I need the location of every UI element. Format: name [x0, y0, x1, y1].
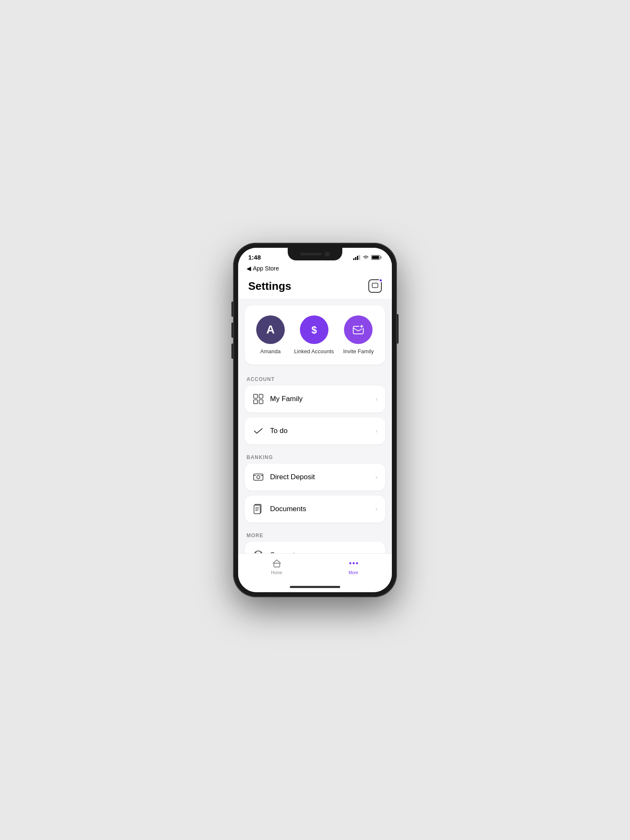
back-label: App Store	[253, 265, 279, 272]
notification-button[interactable]	[368, 279, 382, 293]
phone-screen: 1:48	[238, 248, 392, 592]
more-icon	[348, 558, 359, 569]
svg-rect-11	[259, 394, 263, 398]
svg-rect-12	[254, 400, 257, 404]
profile-item-linked-accounts[interactable]: $ Linked Accounts	[294, 315, 334, 354]
status-time: 1:48	[248, 254, 261, 261]
app-header: Settings	[238, 276, 392, 299]
linked-accounts-avatar: $	[300, 315, 328, 344]
direct-deposit-item[interactable]: Direct Deposit ›	[245, 464, 385, 491]
documents-label: Documents	[270, 505, 370, 513]
svg-rect-5	[372, 256, 379, 259]
more-section-header: MORE	[238, 528, 392, 542]
svg-point-31	[352, 562, 354, 564]
scroll-content: A Amanda $ Linked Accounts	[238, 299, 392, 553]
invite-family-label: Invite Family	[343, 348, 374, 354]
invite-family-avatar	[344, 315, 373, 344]
svg-rect-14	[254, 474, 263, 480]
profile-item-invite-family[interactable]: Invite Family	[343, 315, 374, 354]
support-item[interactable]: Support ›	[245, 542, 385, 553]
support-icon	[252, 549, 264, 553]
svg-rect-3	[359, 255, 360, 260]
more-nav-label: More	[349, 570, 358, 575]
to-do-label: To do	[270, 427, 370, 435]
svg-rect-2	[357, 256, 358, 260]
svg-point-30	[349, 562, 351, 564]
to-do-chevron: ›	[375, 427, 378, 435]
home-nav-label: Home	[271, 570, 282, 575]
documents-icon	[252, 503, 264, 515]
svg-rect-0	[353, 258, 354, 260]
linked-accounts-label: Linked Accounts	[294, 348, 334, 354]
back-arrow-icon: ◀	[247, 265, 251, 272]
my-family-label: My Family	[270, 395, 370, 403]
my-family-item[interactable]: My Family ›	[245, 386, 385, 412]
profile-item-amanda[interactable]: A Amanda	[256, 315, 285, 354]
user-name: Amanda	[260, 348, 281, 354]
speaker	[300, 253, 321, 255]
svg-point-15	[257, 475, 260, 478]
notch	[288, 248, 342, 260]
svg-rect-10	[254, 394, 257, 398]
battery-icon	[371, 255, 382, 260]
svg-rect-29	[274, 563, 280, 567]
wifi-icon	[362, 255, 369, 260]
to-do-item[interactable]: To do ›	[245, 417, 385, 444]
bottom-nav: Home More	[238, 553, 392, 583]
nav-item-home[interactable]: Home	[262, 558, 291, 575]
direct-deposit-chevron: ›	[375, 473, 378, 481]
svg-point-32	[356, 562, 358, 564]
my-family-chevron: ›	[375, 395, 378, 403]
home-icon	[271, 558, 282, 569]
home-bar	[238, 583, 392, 592]
support-card: Support ›	[245, 542, 385, 553]
envelope-plus-icon	[351, 322, 366, 337]
profile-card: A Amanda $ Linked Accounts	[245, 305, 385, 365]
nav-item-more[interactable]: More	[339, 558, 368, 575]
deposit-icon	[252, 471, 264, 483]
svg-rect-1	[355, 257, 357, 260]
svg-text:$: $	[311, 325, 317, 336]
my-family-card: My Family ›	[245, 386, 385, 412]
direct-deposit-label: Direct Deposit	[270, 473, 370, 481]
user-avatar: A	[256, 315, 285, 344]
direct-deposit-card: Direct Deposit ›	[245, 464, 385, 491]
phone-frame: 1:48	[233, 243, 397, 597]
to-do-card: To do ›	[245, 417, 385, 444]
documents-card: Documents ›	[245, 496, 385, 522]
page-title: Settings	[248, 280, 291, 293]
home-indicator	[290, 586, 340, 588]
svg-rect-6	[372, 283, 378, 288]
signal-icon	[353, 255, 360, 260]
documents-chevron: ›	[375, 505, 378, 513]
account-section-header: ACCOUNT	[238, 371, 392, 386]
banking-section-header: BANKING	[238, 449, 392, 464]
check-icon	[252, 425, 264, 437]
status-icons	[353, 255, 382, 260]
dollar-sign-icon: $	[307, 323, 321, 337]
back-nav[interactable]: ◀ App Store	[238, 263, 392, 276]
camera	[325, 252, 330, 257]
family-icon	[252, 393, 264, 405]
svg-rect-13	[259, 400, 263, 404]
notification-dot	[379, 278, 383, 282]
svg-rect-19	[254, 505, 260, 514]
bell-icon	[371, 282, 379, 290]
user-initial: A	[266, 323, 275, 336]
documents-item[interactable]: Documents ›	[245, 496, 385, 522]
